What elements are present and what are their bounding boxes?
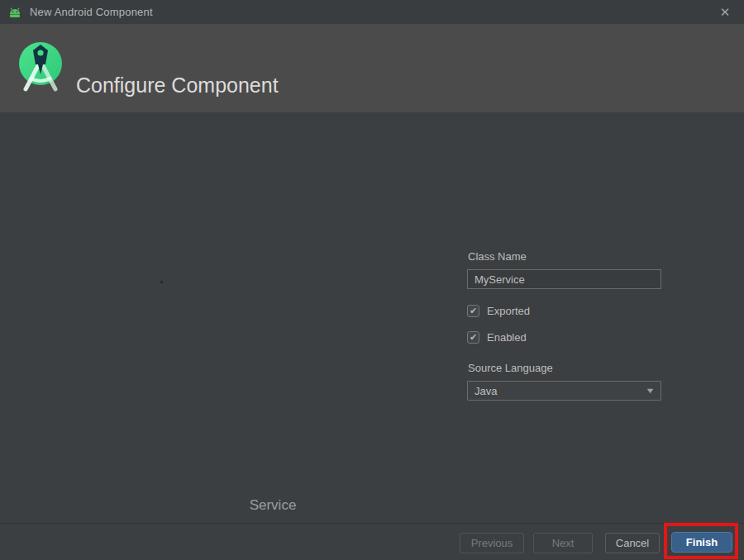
android-studio-logo: [17, 41, 64, 93]
class-name-label: Class Name: [468, 250, 527, 263]
checkbox-checked-icon: ✔: [467, 305, 479, 317]
footer: Previous Next Cancel Finish: [0, 523, 744, 560]
android-robot-icon: [7, 6, 22, 19]
window-title: New Android Component: [30, 6, 153, 18]
page-title: Configure Component: [76, 74, 279, 97]
component-name: Service: [0, 497, 546, 514]
chevron-down-icon: ▼: [645, 387, 655, 395]
header: Configure Component: [0, 24, 744, 112]
enabled-label: Enabled: [487, 331, 527, 344]
stray-dot: [160, 281, 163, 283]
checkbox-checked-icon: ✔: [467, 331, 479, 344]
previous-button[interactable]: Previous: [460, 533, 524, 553]
source-language-value: Java: [475, 385, 497, 397]
exported-checkbox[interactable]: ✔ Exported: [467, 304, 530, 317]
finish-button[interactable]: Finish: [671, 532, 732, 553]
next-button[interactable]: Next: [533, 533, 593, 553]
new-android-component-dialog: New Android Component ✕: [0, 0, 744, 560]
titlebar: New Android Component ✕: [0, 0, 744, 24]
close-icon: ✕: [720, 5, 731, 20]
enabled-checkbox[interactable]: ✔ Enabled: [467, 330, 527, 344]
exported-label: Exported: [487, 305, 530, 317]
close-button[interactable]: ✕: [706, 0, 744, 24]
cancel-button[interactable]: Cancel: [605, 533, 660, 553]
finish-highlight-annotation: Finish: [664, 523, 738, 559]
source-language-label: Source Language: [468, 362, 553, 374]
source-language-select[interactable]: Java ▼: [467, 381, 661, 401]
class-name-input[interactable]: [467, 269, 661, 289]
body: Class Name ✔ Exported ✔ Enabled Source L…: [0, 112, 744, 523]
